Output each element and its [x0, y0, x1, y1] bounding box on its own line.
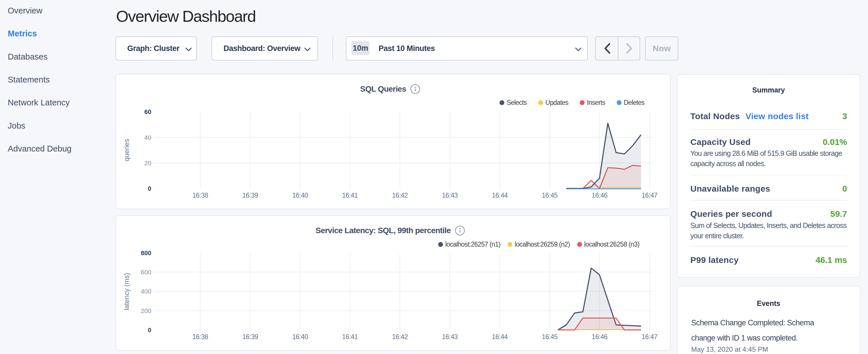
- svg-text:16:39: 16:39: [242, 333, 258, 341]
- svg-text:16:41: 16:41: [342, 192, 358, 199]
- svg-text:16:38: 16:38: [192, 192, 208, 199]
- svg-text:16:43: 16:43: [442, 333, 458, 341]
- svg-text:queries: queries: [123, 139, 130, 162]
- svg-text:16:42: 16:42: [392, 192, 408, 199]
- svg-text:0: 0: [148, 185, 151, 192]
- svg-text:16:40: 16:40: [292, 333, 308, 341]
- svg-text:60: 60: [145, 108, 151, 116]
- svg-text:16:45: 16:45: [542, 333, 558, 341]
- svg-text:400: 400: [141, 288, 151, 295]
- svg-text:16:39: 16:39: [242, 192, 258, 199]
- svg-text:16:41: 16:41: [342, 333, 358, 341]
- svg-text:16:47: 16:47: [642, 192, 657, 199]
- svg-text:200: 200: [141, 307, 151, 315]
- svg-text:latency (ms): latency (ms): [123, 273, 130, 311]
- svg-text:16:40: 16:40: [292, 192, 308, 199]
- svg-text:16:46: 16:46: [592, 192, 608, 199]
- svg-text:16:47: 16:47: [642, 333, 657, 341]
- svg-text:0: 0: [148, 326, 151, 334]
- svg-text:16:44: 16:44: [492, 192, 508, 199]
- svg-text:800: 800: [141, 250, 151, 257]
- svg-text:600: 600: [141, 269, 151, 276]
- svg-text:40: 40: [145, 134, 151, 141]
- svg-text:16:38: 16:38: [192, 333, 208, 341]
- svg-text:16:45: 16:45: [542, 192, 558, 199]
- svg-text:16:46: 16:46: [592, 333, 608, 341]
- svg-text:16:42: 16:42: [392, 333, 408, 341]
- svg-text:20: 20: [145, 160, 151, 167]
- svg-text:16:44: 16:44: [492, 333, 508, 341]
- svg-text:16:43: 16:43: [442, 192, 458, 199]
